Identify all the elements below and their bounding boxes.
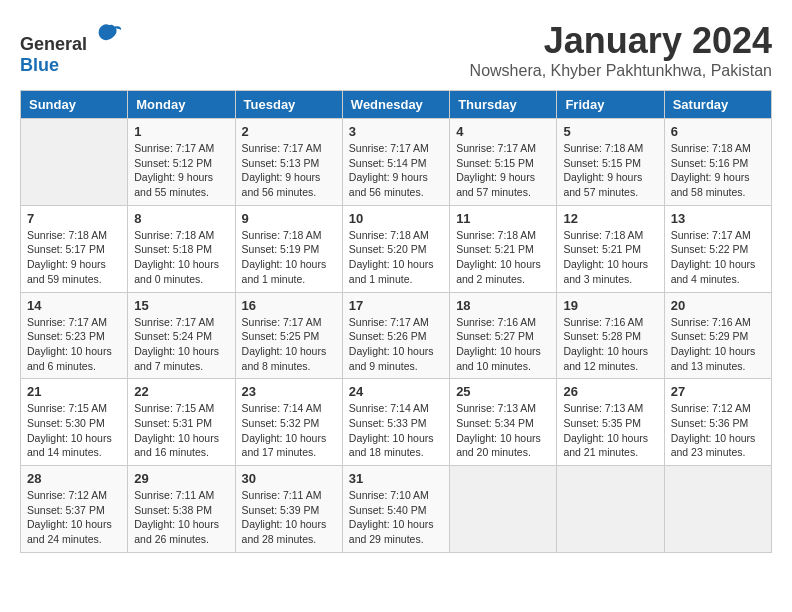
sunrise-text: Sunrise: 7:16 AM xyxy=(456,316,536,328)
header-row: SundayMondayTuesdayWednesdayThursdayFrid… xyxy=(21,91,772,119)
day-info: Sunrise: 7:17 AMSunset: 5:13 PMDaylight:… xyxy=(242,141,336,200)
day-info: Sunrise: 7:17 AMSunset: 5:14 PMDaylight:… xyxy=(349,141,443,200)
day-cell: 31Sunrise: 7:10 AMSunset: 5:40 PMDayligh… xyxy=(342,466,449,553)
day-number: 24 xyxy=(349,384,443,399)
sunrise-text: Sunrise: 7:15 AM xyxy=(27,402,107,414)
day-cell xyxy=(450,466,557,553)
daylight-text: Daylight: 10 hours and 28 minutes. xyxy=(242,518,327,545)
sunset-text: Sunset: 5:36 PM xyxy=(671,417,749,429)
day-number: 21 xyxy=(27,384,121,399)
day-info: Sunrise: 7:17 AMSunset: 5:15 PMDaylight:… xyxy=(456,141,550,200)
day-info: Sunrise: 7:15 AMSunset: 5:30 PMDaylight:… xyxy=(27,401,121,460)
day-info: Sunrise: 7:18 AMSunset: 5:21 PMDaylight:… xyxy=(456,228,550,287)
day-info: Sunrise: 7:12 AMSunset: 5:37 PMDaylight:… xyxy=(27,488,121,547)
header-cell-saturday: Saturday xyxy=(664,91,771,119)
day-number: 10 xyxy=(349,211,443,226)
sunrise-text: Sunrise: 7:18 AM xyxy=(27,229,107,241)
sunset-text: Sunset: 5:31 PM xyxy=(134,417,212,429)
sunrise-text: Sunrise: 7:16 AM xyxy=(563,316,643,328)
sunrise-text: Sunrise: 7:17 AM xyxy=(349,142,429,154)
sunset-text: Sunset: 5:37 PM xyxy=(27,504,105,516)
day-cell: 3Sunrise: 7:17 AMSunset: 5:14 PMDaylight… xyxy=(342,119,449,206)
daylight-text: Daylight: 10 hours and 23 minutes. xyxy=(671,432,756,459)
sunrise-text: Sunrise: 7:13 AM xyxy=(563,402,643,414)
sunset-text: Sunset: 5:30 PM xyxy=(27,417,105,429)
day-number: 12 xyxy=(563,211,657,226)
day-info: Sunrise: 7:14 AMSunset: 5:33 PMDaylight:… xyxy=(349,401,443,460)
day-info: Sunrise: 7:18 AMSunset: 5:17 PMDaylight:… xyxy=(27,228,121,287)
sunrise-text: Sunrise: 7:17 AM xyxy=(349,316,429,328)
day-number: 13 xyxy=(671,211,765,226)
day-number: 20 xyxy=(671,298,765,313)
day-info: Sunrise: 7:15 AMSunset: 5:31 PMDaylight:… xyxy=(134,401,228,460)
day-number: 28 xyxy=(27,471,121,486)
header-cell-thursday: Thursday xyxy=(450,91,557,119)
day-number: 2 xyxy=(242,124,336,139)
day-info: Sunrise: 7:13 AMSunset: 5:34 PMDaylight:… xyxy=(456,401,550,460)
header-cell-wednesday: Wednesday xyxy=(342,91,449,119)
day-number: 8 xyxy=(134,211,228,226)
sunset-text: Sunset: 5:28 PM xyxy=(563,330,641,342)
day-cell: 21Sunrise: 7:15 AMSunset: 5:30 PMDayligh… xyxy=(21,379,128,466)
daylight-text: Daylight: 10 hours and 3 minutes. xyxy=(563,258,648,285)
week-row-5: 28Sunrise: 7:12 AMSunset: 5:37 PMDayligh… xyxy=(21,466,772,553)
day-info: Sunrise: 7:17 AMSunset: 5:23 PMDaylight:… xyxy=(27,315,121,374)
day-cell: 20Sunrise: 7:16 AMSunset: 5:29 PMDayligh… xyxy=(664,292,771,379)
day-cell: 28Sunrise: 7:12 AMSunset: 5:37 PMDayligh… xyxy=(21,466,128,553)
daylight-text: Daylight: 10 hours and 7 minutes. xyxy=(134,345,219,372)
sunrise-text: Sunrise: 7:18 AM xyxy=(563,142,643,154)
day-number: 29 xyxy=(134,471,228,486)
day-cell: 17Sunrise: 7:17 AMSunset: 5:26 PMDayligh… xyxy=(342,292,449,379)
daylight-text: Daylight: 9 hours and 55 minutes. xyxy=(134,171,213,198)
sunrise-text: Sunrise: 7:17 AM xyxy=(27,316,107,328)
day-cell: 12Sunrise: 7:18 AMSunset: 5:21 PMDayligh… xyxy=(557,205,664,292)
day-cell xyxy=(557,466,664,553)
sunrise-text: Sunrise: 7:11 AM xyxy=(242,489,322,501)
daylight-text: Daylight: 10 hours and 1 minute. xyxy=(242,258,327,285)
day-number: 31 xyxy=(349,471,443,486)
calendar-title: January 2024 xyxy=(470,20,772,62)
daylight-text: Daylight: 10 hours and 21 minutes. xyxy=(563,432,648,459)
day-info: Sunrise: 7:16 AMSunset: 5:28 PMDaylight:… xyxy=(563,315,657,374)
day-number: 1 xyxy=(134,124,228,139)
day-cell: 10Sunrise: 7:18 AMSunset: 5:20 PMDayligh… xyxy=(342,205,449,292)
day-number: 11 xyxy=(456,211,550,226)
sunset-text: Sunset: 5:20 PM xyxy=(349,243,427,255)
day-number: 19 xyxy=(563,298,657,313)
day-cell: 2Sunrise: 7:17 AMSunset: 5:13 PMDaylight… xyxy=(235,119,342,206)
day-cell: 11Sunrise: 7:18 AMSunset: 5:21 PMDayligh… xyxy=(450,205,557,292)
sunrise-text: Sunrise: 7:17 AM xyxy=(134,142,214,154)
logo-general: General xyxy=(20,34,87,54)
sunrise-text: Sunrise: 7:10 AM xyxy=(349,489,429,501)
sunrise-text: Sunrise: 7:17 AM xyxy=(242,316,322,328)
sunrise-text: Sunrise: 7:18 AM xyxy=(349,229,429,241)
day-cell: 16Sunrise: 7:17 AMSunset: 5:25 PMDayligh… xyxy=(235,292,342,379)
daylight-text: Daylight: 9 hours and 56 minutes. xyxy=(242,171,321,198)
daylight-text: Daylight: 10 hours and 4 minutes. xyxy=(671,258,756,285)
day-number: 18 xyxy=(456,298,550,313)
daylight-text: Daylight: 9 hours and 57 minutes. xyxy=(563,171,642,198)
day-info: Sunrise: 7:16 AMSunset: 5:29 PMDaylight:… xyxy=(671,315,765,374)
sunset-text: Sunset: 5:15 PM xyxy=(456,157,534,169)
day-info: Sunrise: 7:18 AMSunset: 5:18 PMDaylight:… xyxy=(134,228,228,287)
logo-bird-icon xyxy=(94,20,124,50)
day-cell: 6Sunrise: 7:18 AMSunset: 5:16 PMDaylight… xyxy=(664,119,771,206)
day-cell: 15Sunrise: 7:17 AMSunset: 5:24 PMDayligh… xyxy=(128,292,235,379)
daylight-text: Daylight: 10 hours and 0 minutes. xyxy=(134,258,219,285)
day-info: Sunrise: 7:17 AMSunset: 5:12 PMDaylight:… xyxy=(134,141,228,200)
day-info: Sunrise: 7:17 AMSunset: 5:26 PMDaylight:… xyxy=(349,315,443,374)
day-number: 23 xyxy=(242,384,336,399)
sunrise-text: Sunrise: 7:18 AM xyxy=(671,142,751,154)
day-number: 14 xyxy=(27,298,121,313)
day-cell xyxy=(21,119,128,206)
daylight-text: Daylight: 9 hours and 59 minutes. xyxy=(27,258,106,285)
logo: General Blue xyxy=(20,20,124,76)
sunrise-text: Sunrise: 7:14 AM xyxy=(349,402,429,414)
daylight-text: Daylight: 10 hours and 13 minutes. xyxy=(671,345,756,372)
day-number: 17 xyxy=(349,298,443,313)
sunrise-text: Sunrise: 7:18 AM xyxy=(242,229,322,241)
day-cell: 8Sunrise: 7:18 AMSunset: 5:18 PMDaylight… xyxy=(128,205,235,292)
sunset-text: Sunset: 5:18 PM xyxy=(134,243,212,255)
day-info: Sunrise: 7:16 AMSunset: 5:27 PMDaylight:… xyxy=(456,315,550,374)
header-cell-tuesday: Tuesday xyxy=(235,91,342,119)
